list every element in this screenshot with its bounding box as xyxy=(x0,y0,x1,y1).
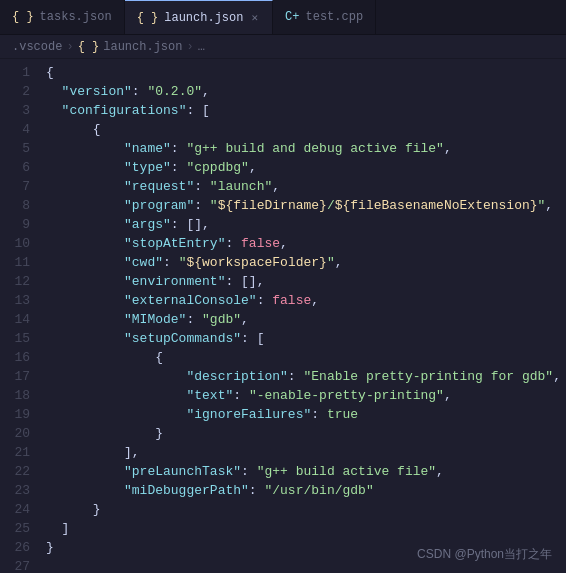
breadcrumb-vscode: .vscode xyxy=(12,40,62,54)
tab-tasks-label: tasks.json xyxy=(40,10,112,24)
tab-launch[interactable]: { } launch.json ✕ xyxy=(125,0,273,34)
tab-tasks[interactable]: { } tasks.json xyxy=(0,0,125,34)
tab-bar: { } tasks.json { } launch.json ✕ C+ test… xyxy=(0,0,566,35)
code-line: "request": "launch", xyxy=(42,177,566,196)
breadcrumb-launch: launch.json xyxy=(103,40,182,54)
code-line: "externalConsole": false, xyxy=(42,291,566,310)
code-line: "environment": [], xyxy=(42,272,566,291)
code-line: "args": [], xyxy=(42,215,566,234)
breadcrumb-sep1: › xyxy=(66,40,73,54)
breadcrumb: .vscode › { } launch.json › … xyxy=(0,35,566,59)
code-line: "text": "-enable-pretty-printing", xyxy=(42,386,566,405)
json-icon: { } xyxy=(12,10,34,24)
breadcrumb-file-icon: { } xyxy=(78,40,100,54)
breadcrumb-sep2: › xyxy=(186,40,193,54)
code-line: { xyxy=(42,348,566,367)
code-line: "setupCommands": [ xyxy=(42,329,566,348)
tab-test-label: test.cpp xyxy=(305,10,363,24)
code-line: "configurations": [ xyxy=(42,101,566,120)
editor: 1 2 3 4 5 6 7 8 9 10 11 12 13 14 15 16 1… xyxy=(0,59,566,573)
code-line: "miDebuggerPath": "/usr/bin/gdb" xyxy=(42,481,566,500)
code-line: "description": "Enable pretty-printing f… xyxy=(42,367,566,386)
breadcrumb-ellipsis: … xyxy=(198,40,205,54)
code-line: { xyxy=(42,120,566,139)
json-icon-launch: { } xyxy=(137,11,159,25)
code-line: ], xyxy=(42,443,566,462)
code-line: { xyxy=(42,63,566,82)
tab-test[interactable]: C+ test.cpp xyxy=(273,0,376,34)
code-line: } xyxy=(42,500,566,519)
code-line: ] xyxy=(42,519,566,538)
code-line: "ignoreFailures": true xyxy=(42,405,566,424)
code-line: "MIMode": "gdb", xyxy=(42,310,566,329)
code-line: "preLaunchTask": "g++ build active file"… xyxy=(42,462,566,481)
code-line: } xyxy=(42,424,566,443)
tab-launch-label: launch.json xyxy=(164,11,243,25)
cpp-icon: C+ xyxy=(285,10,299,24)
tab-close-launch[interactable]: ✕ xyxy=(249,10,260,25)
code-line: "program": "${fileDirname}/${fileBasenam… xyxy=(42,196,566,215)
code-line: "cwd": "${workspaceFolder}", xyxy=(42,253,566,272)
app-container: { } tasks.json { } launch.json ✕ C+ test… xyxy=(0,0,566,573)
watermark: CSDN @Python当打之年 xyxy=(417,546,552,563)
code-line: "type": "cppdbg", xyxy=(42,158,566,177)
code-line: "version": "0.2.0", xyxy=(42,82,566,101)
line-numbers: 1 2 3 4 5 6 7 8 9 10 11 12 13 14 15 16 1… xyxy=(0,59,38,573)
code-line: "name": "g++ build and debug active file… xyxy=(42,139,566,158)
code-line: "stopAtEntry": false, xyxy=(42,234,566,253)
code-area[interactable]: { "version": "0.2.0", "configurations": … xyxy=(38,59,566,573)
